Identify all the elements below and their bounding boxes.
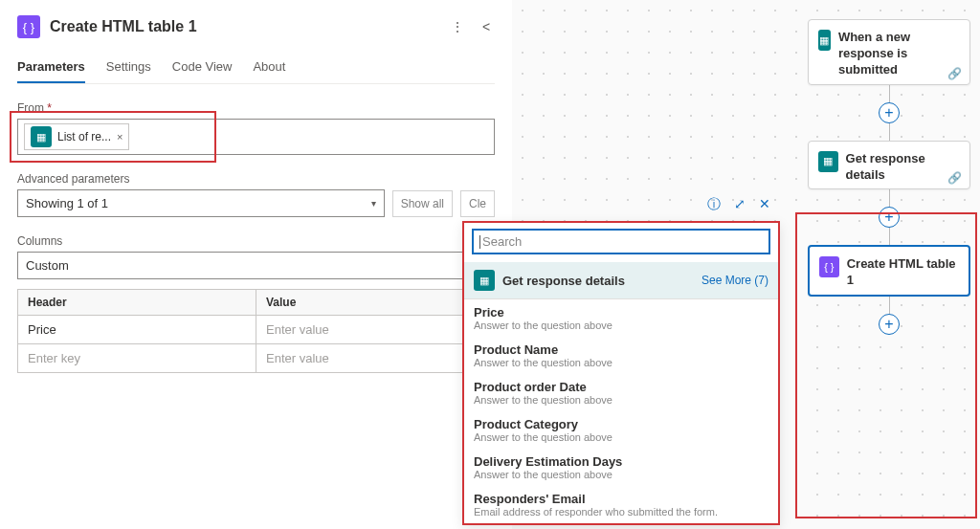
link-icon: 🔗 [947,67,962,80]
dyn-item-desc: Answer to the question above [474,320,768,331]
info-icon[interactable]: ⓘ [707,196,721,219]
dyn-item[interactable]: Product order DateAnswer to the question… [464,374,778,411]
dyn-item-title: Price [474,305,768,320]
connector [889,228,890,245]
action-config-panel: { } Create HTML table 1 ⋮ < Parameters S… [0,0,512,529]
dynamic-content-popup: Search ▦ Get response details See More (… [462,221,780,525]
dyn-item-title: Product Category [474,417,768,431]
dyn-item[interactable]: Product NameAnswer to the question above [464,337,778,374]
from-input[interactable]: ▦ List of re... × [17,119,495,155]
adv-label: Advanced parameters [17,172,495,186]
dyn-item-title: Delivery Estimation Days [474,454,768,469]
dyn-item[interactable]: PriceAnswer to the question above [464,299,778,337]
dyn-item-title: Responders' Email [474,492,768,506]
dyn-item-title: Product order Date [474,380,768,394]
columns-mode-value: Custom [26,258,69,273]
tab-parameters[interactable]: Parameters [17,59,85,83]
dyn-item-title: Product Name [474,342,768,357]
connector [889,297,890,314]
col-value-label: Value [256,290,494,315]
chevron-down-icon: ▾ [371,198,376,209]
table-row: Enter key Enter value [17,344,495,373]
from-field: From * ▦ List of re... × [17,101,495,155]
expand-icon[interactable]: ⤢ [734,196,746,219]
from-label: From * [17,101,495,115]
node-create-html-table[interactable]: { } Create HTML table 1 [808,245,970,297]
panel-header: { } Create HTML table 1 ⋮ < [17,15,495,38]
table-row: Price Enter value × [17,316,495,344]
adv-select[interactable]: Showing 1 of 1 ▾ [17,189,385,217]
columns-label: Columns [17,234,495,248]
tabs: Parameters Settings Code View About [17,59,495,84]
search-input[interactable]: Search [472,229,770,254]
forms-icon: ▦ [818,151,838,172]
value-cell[interactable]: Enter value [256,344,494,372]
flow-column: ▦ When a new response is submitted 🔗 + ▦… [803,19,975,335]
html-table-icon: { } [819,256,839,277]
node-title: Get response details [846,151,960,184]
tab-settings[interactable]: Settings [106,59,151,83]
key-cell[interactable]: Price [18,316,256,343]
from-token[interactable]: ▦ List of re... × [24,123,129,150]
dyn-item-desc: Answer to the question above [474,357,768,368]
panel-title: Create HTML table 1 [50,18,439,35]
dyn-group-header: ▦ Get response details See More (7) [464,262,778,299]
columns-table: Header Value Price Enter value × Enter k… [17,289,495,373]
node-get-response[interactable]: ▦ Get response details 🔗 [808,141,970,190]
forms-icon: ▦ [818,30,831,51]
dyn-item[interactable]: Product CategoryAnswer to the question a… [464,411,778,449]
dyn-item[interactable]: Responders' EmailEmail address of respon… [464,486,778,523]
tab-codeview[interactable]: Code View [172,59,233,83]
tab-about[interactable]: About [253,59,285,83]
forms-icon: ▦ [474,270,495,291]
columns-header-row: Header Value [17,289,495,316]
dyn-item-desc: Answer to the question above [474,469,768,480]
show-all-button[interactable]: Show all [392,190,453,217]
close-icon[interactable]: ✕ [759,196,770,219]
node-title: Create HTML table 1 [847,256,959,289]
advanced-parameters: Advanced parameters Showing 1 of 1 ▾ Sho… [17,172,495,217]
columns-field: Columns Custom ▾ Header Value Price Ente… [17,234,495,373]
dyn-item-desc: Email address of responder who submitted… [474,506,768,518]
adv-value: Showing 1 of 1 [26,196,108,210]
forms-icon: ▦ [31,126,52,147]
link-icon: 🔗 [947,171,962,185]
see-more-link[interactable]: See More (7) [702,274,768,287]
popup-toolbar: ⓘ ⤢ ✕ [462,196,780,219]
dyn-group-title: Get response details [502,274,694,288]
value-cell[interactable]: Enter value [256,316,494,343]
connector [889,189,890,207]
node-title: When a new response is submitted [838,30,960,78]
add-step-button[interactable]: + [879,314,900,335]
remove-token-icon[interactable]: × [117,131,122,143]
node-trigger[interactable]: ▦ When a new response is submitted 🔗 [808,19,970,85]
dyn-item-desc: Answer to the question above [474,394,768,406]
from-token-label: List of re... [57,130,111,143]
add-step-button[interactable]: + [879,207,900,228]
connector [889,85,890,102]
collapse-icon[interactable]: < [478,19,495,34]
col-header-label: Header [18,290,256,315]
dyn-item-desc: Answer to the question above [474,431,768,443]
key-cell[interactable]: Enter key [18,344,256,372]
connector [889,123,890,141]
dyn-item[interactable]: Delivery Estimation DaysAnswer to the qu… [464,449,778,486]
columns-mode-select[interactable]: Custom ▾ [17,252,495,279]
html-table-icon: { } [17,15,40,38]
more-icon[interactable]: ⋮ [449,19,466,34]
add-step-button[interactable]: + [879,102,900,123]
